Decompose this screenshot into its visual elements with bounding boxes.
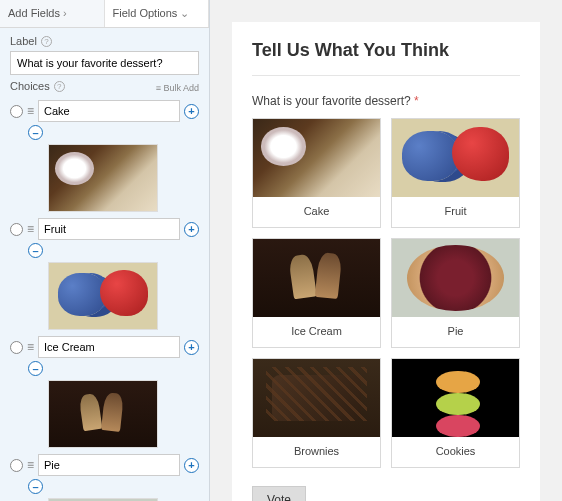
question-label: What is your favorite dessert? * xyxy=(252,94,520,108)
tab-field-options[interactable]: Field Options ⌄ xyxy=(105,0,210,27)
option-card[interactable]: Cake xyxy=(252,118,381,228)
choice-label-input[interactable] xyxy=(38,454,180,476)
help-icon[interactable]: ? xyxy=(41,36,52,47)
choice-row: ≡+ xyxy=(10,336,199,358)
choice-label-input[interactable] xyxy=(38,336,180,358)
label-heading-row: Label ? xyxy=(10,35,199,47)
tab-label: Field Options xyxy=(113,7,178,19)
help-icon[interactable]: ? xyxy=(54,81,65,92)
add-choice-button[interactable]: + xyxy=(184,222,199,237)
option-card[interactable]: Fruit xyxy=(391,118,520,228)
option-image xyxy=(253,119,380,197)
label-section: Label ? xyxy=(0,28,209,80)
required-asterisk: * xyxy=(414,94,419,108)
remove-choice-button[interactable]: – xyxy=(28,361,43,376)
option-label: Fruit xyxy=(445,197,467,227)
drag-handle-icon[interactable]: ≡ xyxy=(27,341,34,353)
form-title: Tell Us What You Think xyxy=(252,40,520,76)
choice-label-input[interactable] xyxy=(38,218,180,240)
choice-default-radio[interactable] xyxy=(10,459,23,472)
option-image xyxy=(253,359,380,437)
remove-choice-button[interactable]: – xyxy=(28,243,43,258)
choice-row: ≡+ xyxy=(10,218,199,240)
choice-image-thumbnail[interactable] xyxy=(48,380,158,448)
choices-heading-row: Choices ? xyxy=(10,80,65,92)
add-choice-button[interactable]: + xyxy=(184,104,199,119)
option-image xyxy=(253,239,380,317)
form-preview-card: Tell Us What You Think What is your favo… xyxy=(232,22,540,501)
label-heading: Label xyxy=(10,35,37,47)
option-label: Cookies xyxy=(436,437,476,467)
bulk-add-link[interactable]: ≡ Bulk Add xyxy=(156,83,199,93)
option-image xyxy=(392,359,519,437)
drag-handle-icon[interactable]: ≡ xyxy=(27,459,34,471)
option-card[interactable]: Cookies xyxy=(391,358,520,468)
add-choice-button[interactable]: + xyxy=(184,340,199,355)
choice-row: ≡+ xyxy=(10,454,199,476)
choices-header: Choices ? ≡ Bulk Add xyxy=(0,80,209,100)
drag-handle-icon[interactable]: ≡ xyxy=(27,105,34,117)
option-label: Brownies xyxy=(294,437,339,467)
option-card[interactable]: Brownies xyxy=(252,358,381,468)
option-label: Pie xyxy=(448,317,464,347)
field-label-input[interactable] xyxy=(10,51,199,75)
option-label: Ice Cream xyxy=(291,317,342,347)
tab-add-fields[interactable]: Add Fields › xyxy=(0,0,105,27)
builder-sidebar: Add Fields › Field Options ⌄ Label ? Cho… xyxy=(0,0,210,501)
chevron-down-icon: ⌄ xyxy=(180,7,189,19)
choices-list: ≡+–≡+–≡+–≡+–≡+– xyxy=(0,100,209,501)
tab-label: Add Fields xyxy=(8,7,60,19)
option-card[interactable]: Ice Cream xyxy=(252,238,381,348)
choice-label-input[interactable] xyxy=(38,100,180,122)
option-card[interactable]: Pie xyxy=(391,238,520,348)
choice-image-thumbnail[interactable] xyxy=(48,144,158,212)
remove-choice-button[interactable]: – xyxy=(28,479,43,494)
choice-default-radio[interactable] xyxy=(10,223,23,236)
choice-default-radio[interactable] xyxy=(10,105,23,118)
choice-default-radio[interactable] xyxy=(10,341,23,354)
vote-button[interactable]: Vote xyxy=(252,486,306,501)
form-preview-panel: Tell Us What You Think What is your favo… xyxy=(210,0,562,501)
option-image xyxy=(392,239,519,317)
choice-row: ≡+ xyxy=(10,100,199,122)
option-image xyxy=(392,119,519,197)
choice-image-thumbnail[interactable] xyxy=(48,262,158,330)
drag-handle-icon[interactable]: ≡ xyxy=(27,223,34,235)
choices-heading: Choices xyxy=(10,80,50,92)
remove-choice-button[interactable]: – xyxy=(28,125,43,140)
add-choice-button[interactable]: + xyxy=(184,458,199,473)
option-label: Cake xyxy=(304,197,330,227)
chevron-right-icon: › xyxy=(63,7,67,19)
options-grid: CakeFruitIce CreamPieBrowniesCookies xyxy=(252,118,520,468)
sidebar-tabs: Add Fields › Field Options ⌄ xyxy=(0,0,209,28)
